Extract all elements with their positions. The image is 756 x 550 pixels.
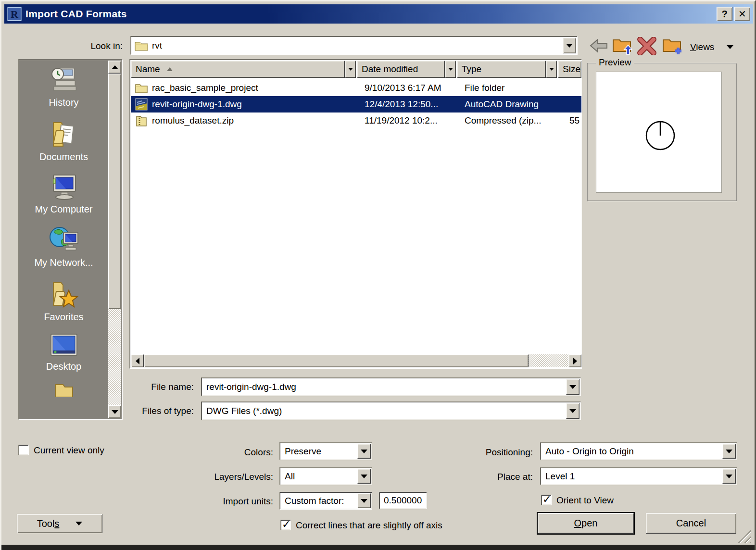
svg-text:R: R — [11, 8, 19, 20]
look-in-label: Look in: — [59, 41, 123, 51]
import-units-value: Custom factor: — [285, 492, 355, 509]
layers-levels-dropdown-arrow[interactable] — [357, 469, 371, 484]
sidebar-item-desktop[interactable]: Desktop — [19, 329, 109, 379]
folder-icon — [135, 40, 148, 51]
cancel-label: Cancel — [676, 518, 706, 529]
sidebar-item-my-computer[interactable]: My Computer — [19, 169, 109, 222]
arrow-up-icon — [112, 65, 118, 69]
preview-drawing-icon — [596, 72, 721, 192]
file-name-combobox[interactable]: revit-origin-dwg-1.dwg — [201, 377, 581, 396]
column-header-type[interactable]: Type — [457, 61, 546, 78]
file-row-selected-dwg[interactable]: revit-origin-dwg-1.dwg 12/4/2013 12:50..… — [131, 96, 581, 112]
views-button[interactable]: Views — [690, 40, 743, 54]
correct-lines-label: Correct lines that are slightly off axis — [296, 520, 442, 531]
new-folder-button[interactable] — [662, 36, 682, 55]
window-frame-bottom — [1, 545, 755, 550]
folder-icon — [50, 383, 77, 397]
file-row-folder[interactable]: rac_basic_sample_project 9/10/2013 6:17 … — [131, 80, 581, 96]
back-arrow-icon — [589, 38, 608, 54]
correct-lines-checkbox[interactable] — [280, 520, 291, 530]
close-button[interactable]: ✕ — [734, 7, 750, 21]
current-view-only-checkbox[interactable] — [18, 445, 29, 455]
colors-dropdown-arrow[interactable] — [357, 444, 371, 459]
folder-up-icon — [612, 36, 632, 55]
custom-factor-input[interactable]: 0.500000 — [379, 492, 427, 509]
my-computer-icon — [50, 173, 78, 200]
revit-app-icon: R — [7, 7, 22, 21]
column-name-filter-button[interactable] — [345, 61, 356, 78]
help-icon: ? — [721, 9, 727, 20]
layers-levels-value: All — [285, 468, 355, 485]
scroll-right-button[interactable] — [568, 354, 581, 367]
files-of-type-label: Files of type: — [98, 406, 194, 416]
column-type-filter-button[interactable] — [546, 61, 557, 78]
dwg-file-icon — [135, 98, 148, 111]
colors-combobox[interactable]: Preserve — [279, 442, 372, 460]
import-units-combobox[interactable]: Custom factor: — [279, 492, 372, 510]
file-list-hscrollbar[interactable] — [131, 354, 581, 367]
look-in-combobox[interactable]: rvt — [130, 36, 578, 55]
arrow-left-icon — [136, 358, 139, 364]
dialog-title: Import CAD Formats — [25, 8, 127, 20]
files-of-type-value: DWG Files (*.dwg) — [206, 402, 564, 420]
tools-button[interactable]: Tools — [17, 514, 102, 533]
file-row-zip[interactable]: romulus_dataset.zip 11/19/2012 10:2... C… — [131, 112, 581, 129]
my-network-icon — [49, 225, 79, 253]
positioning-combobox[interactable]: Auto - Origin to Origin — [540, 442, 737, 460]
file-name-dropdown-arrow[interactable] — [566, 379, 580, 395]
look-in-dropdown-arrow[interactable] — [563, 38, 576, 53]
file-name-value: revit-origin-dwg-1.dwg — [206, 378, 564, 396]
place-at-combobox[interactable]: Level 1 — [540, 467, 737, 485]
history-icon — [50, 66, 78, 93]
sidebar-scrollbar[interactable] — [108, 61, 121, 418]
current-view-only-label: Current view only — [34, 445, 104, 456]
documents-icon — [50, 119, 77, 148]
orient-to-view-checkbox[interactable] — [541, 495, 552, 505]
import-units-dropdown-arrow[interactable] — [357, 493, 371, 508]
preview-groupbox: Preview — [587, 63, 737, 201]
orient-to-view-label: Orient to View — [556, 495, 614, 506]
places-sidebar: History Documents — [18, 59, 123, 420]
place-at-dropdown-arrow[interactable] — [722, 469, 736, 484]
delete-button[interactable] — [637, 37, 656, 55]
layers-levels-combobox[interactable]: All — [279, 467, 372, 485]
scrollbar-thumb[interactable] — [108, 74, 121, 309]
close-icon: ✕ — [738, 8, 746, 20]
arrow-right-icon — [573, 358, 577, 364]
preview-pane — [596, 72, 722, 193]
tools-dropdown-icon — [76, 522, 82, 525]
column-header-date-modified[interactable]: Date modified — [357, 61, 445, 78]
colors-value: Preserve — [285, 443, 355, 460]
resize-grip[interactable] — [736, 529, 751, 543]
sidebar-item-documents[interactable]: Documents — [19, 115, 109, 169]
positioning-dropdown-arrow[interactable] — [722, 444, 736, 459]
scroll-up-button[interactable] — [108, 61, 121, 74]
sidebar-item-favorites[interactable]: Favorites — [19, 275, 109, 329]
column-date-filter-button[interactable] — [445, 61, 456, 78]
cancel-button[interactable]: Cancel — [646, 513, 736, 534]
files-of-type-combobox[interactable]: DWG Files (*.dwg) — [201, 401, 581, 420]
open-button[interactable]: Open — [538, 513, 634, 534]
open-label: Open — [574, 518, 598, 529]
sidebar-item-history[interactable]: History — [19, 62, 109, 115]
zip-file-icon — [135, 114, 148, 127]
help-button[interactable]: ? — [717, 7, 732, 21]
back-button[interactable] — [589, 38, 608, 54]
hscrollbar-thumb[interactable] — [144, 354, 529, 367]
column-header-name[interactable]: Name — [131, 61, 345, 78]
preview-label: Preview — [596, 57, 634, 68]
up-one-level-button[interactable] — [612, 36, 632, 55]
place-at-label: Place at: — [449, 472, 533, 482]
views-label: Views — [690, 42, 714, 52]
title-bar[interactable]: R Import CAD Formats ? ✕ — [4, 4, 753, 24]
favorites-icon — [50, 279, 78, 308]
column-header-size[interactable]: Size — [558, 61, 581, 78]
colors-label: Colors: — [194, 447, 273, 458]
files-of-type-dropdown-arrow[interactable] — [566, 403, 580, 419]
sidebar-item-partial[interactable] — [19, 379, 109, 404]
file-list: Name Date modified Type Size rac_basic_s… — [129, 59, 582, 369]
scroll-left-button[interactable] — [131, 354, 144, 367]
sidebar-item-my-network[interactable]: My Network... — [19, 222, 109, 275]
positioning-value: Auto - Origin to Origin — [545, 443, 720, 460]
place-at-value: Level 1 — [545, 468, 720, 485]
